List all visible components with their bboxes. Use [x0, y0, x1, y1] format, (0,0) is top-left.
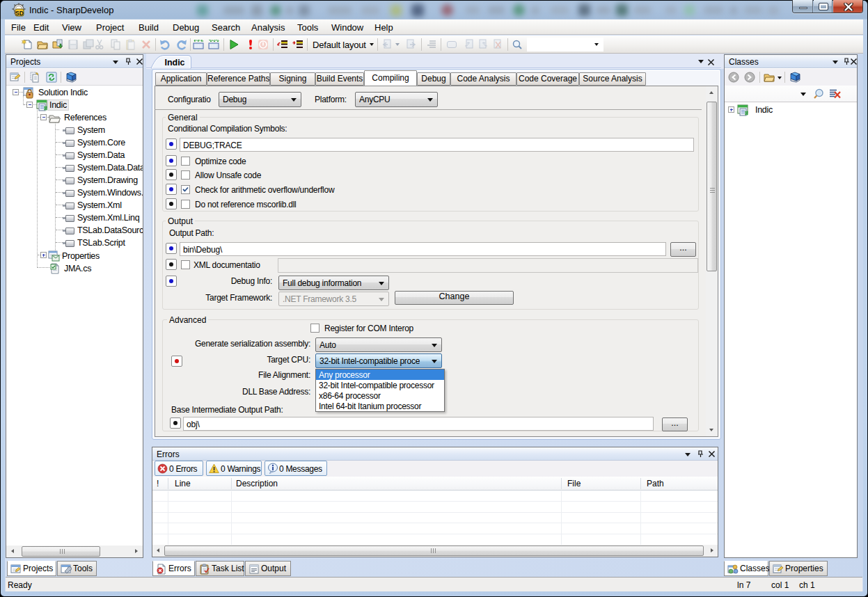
- svg-text:Indic: Indic: [164, 58, 184, 67]
- svg-text:SD: SD: [15, 10, 24, 17]
